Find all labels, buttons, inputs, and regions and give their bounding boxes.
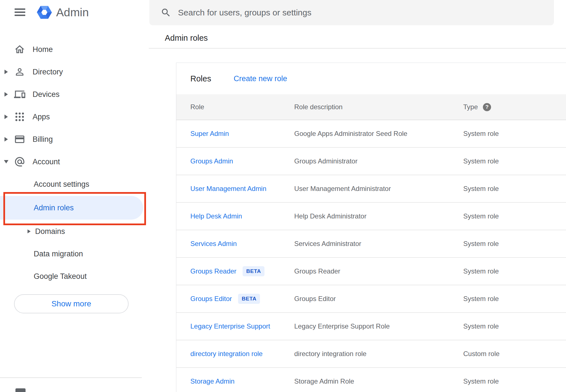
table-row: Groups Reader BETA Groups Reader System … [176,258,566,285]
sidebar-item-label: Apps [33,113,50,121]
role-type: System role [463,240,566,248]
chevron-right-icon [4,92,8,97]
at-sign-icon [14,156,25,167]
column-header-role: Role [190,103,294,111]
roles-title: Roles [190,74,211,83]
sidebar-bottom-divider [0,377,142,378]
sidebar-item-label: Billing [33,135,53,144]
role-description: Storage Admin Role [294,377,463,385]
role-link[interactable]: Groups Admin [190,157,233,165]
table-row: Super Admin Google Apps Administrator Se… [176,120,566,148]
search-bar[interactable] [149,0,554,25]
role-description: Legacy Enterprise Support Role [294,322,463,330]
content-divider [149,48,566,49]
role-link[interactable]: Legacy Enterprise Support [190,322,270,330]
sidebar-item-google-takeout[interactable]: Google Takeout [0,265,149,288]
column-header-description: Role description [294,103,463,111]
roles-card-header: Roles Create new role [176,63,566,94]
role-link[interactable]: Super Admin [190,130,229,138]
column-header-type-label: Type [463,103,478,111]
table-row: Legacy Enterprise Support Legacy Enterpr… [176,313,566,340]
column-header-type: Type ? [463,103,566,111]
sidebar-item-devices[interactable]: Devices [0,83,149,106]
devices-icon [14,89,25,100]
table-row: Services Admin Services Administrator Sy… [176,230,566,258]
role-description: directory integration role [294,350,463,358]
create-new-role-link[interactable]: Create new role [234,74,287,83]
role-type: System role [463,322,566,330]
sidebar-item-label: Directory [33,68,63,76]
role-link[interactable]: Help Desk Admin [190,212,242,220]
role-description: Groups Administrator [294,157,463,165]
sidebar-item-label: Account settings [34,180,89,189]
role-link[interactable]: Services Admin [190,240,237,248]
sidebar-item-apps[interactable]: Apps [0,106,149,128]
sidebar-item-label: Data migration [34,250,83,258]
table-row: Help Desk Admin Help Desk Administrator … [176,203,566,230]
sidebar-nav: Home Directory Devices [0,38,149,288]
help-icon[interactable]: ? [483,103,491,111]
role-type: System role [463,295,566,303]
chevron-right-icon [4,115,8,119]
sidebar-item-label: Account [33,158,60,166]
show-more-label: Show more [51,299,91,308]
role-link[interactable]: Storage Admin [190,377,234,385]
role-type: System role [463,377,566,385]
search-input[interactable] [177,8,538,18]
sidebar-item-billing[interactable]: Billing [0,128,149,151]
credit-card-icon [14,134,25,145]
role-description: Google Apps Administrator Seed Role [294,130,463,138]
role-type: System role [463,185,566,193]
table-row: Groups Admin Groups Administrator System… [176,148,566,175]
sidebar-item-home[interactable]: Home [0,38,149,61]
beta-badge: BETA [238,294,260,304]
app-title: Admin [56,6,89,19]
chevron-right-icon [4,137,8,142]
role-link[interactable]: User Management Admin [190,185,266,193]
role-link[interactable]: directory integration role [190,350,263,358]
sidebar-item-label: Google Takeout [34,272,87,281]
table-row: directory integration role directory int… [176,340,566,368]
sidebar-item-directory[interactable]: Directory [0,61,149,83]
apps-grid-icon [14,111,25,122]
chevron-right-icon [28,229,31,233]
role-type: System role [463,130,566,138]
chevron-down-icon [4,160,8,163]
role-description: Groups Editor [294,295,463,303]
roles-card: Roles Create new role Role Role descript… [176,63,566,392]
sidebar-item-label: Home [33,45,53,54]
role-description: Services Administrator [294,240,463,248]
role-link[interactable]: Groups Editor [190,295,232,303]
table-row: User Management Admin User Management Ad… [176,175,566,203]
role-type: System role [463,212,566,220]
sidebar-item-domains[interactable]: Domains [0,220,149,243]
role-type: System role [463,157,566,165]
role-type: Custom role [463,350,566,358]
sidebar-item-label: Admin roles [34,204,74,212]
role-type: System role [463,267,566,275]
home-icon [14,44,25,55]
admin-hexagon-logo [35,3,53,21]
beta-badge: BETA [243,266,264,276]
table-row: Storage Admin Storage Admin Role System … [176,368,566,392]
cutoff-icon [15,388,26,392]
role-description: Groups Reader [294,267,463,275]
chevron-right-icon [4,70,8,74]
role-description: User Management Administrator [294,185,463,193]
role-link[interactable]: Groups Reader [190,267,236,275]
role-description: Help Desk Administrator [294,212,463,220]
table-row: Groups Editor BETA Groups Editor System … [176,285,566,313]
sidebar-item-account[interactable]: Account [0,151,149,173]
show-more-button[interactable]: Show more [14,294,129,313]
breadcrumb: Admin roles [165,33,208,43]
sidebar-item-data-migration[interactable]: Data migration [0,243,149,265]
sidebar: Admin Home Directory Devices [0,0,149,392]
sidebar-item-label: Devices [33,90,60,99]
person-icon [14,66,25,78]
hamburger-menu-icon[interactable] [15,8,25,16]
sidebar-item-label: Domains [35,227,65,236]
sidebar-item-account-settings[interactable]: Account settings [0,173,149,195]
sidebar-item-admin-roles[interactable]: Admin roles [0,195,149,220]
table-header-row: Role Role description Type ? [176,94,566,120]
search-icon [161,7,171,18]
